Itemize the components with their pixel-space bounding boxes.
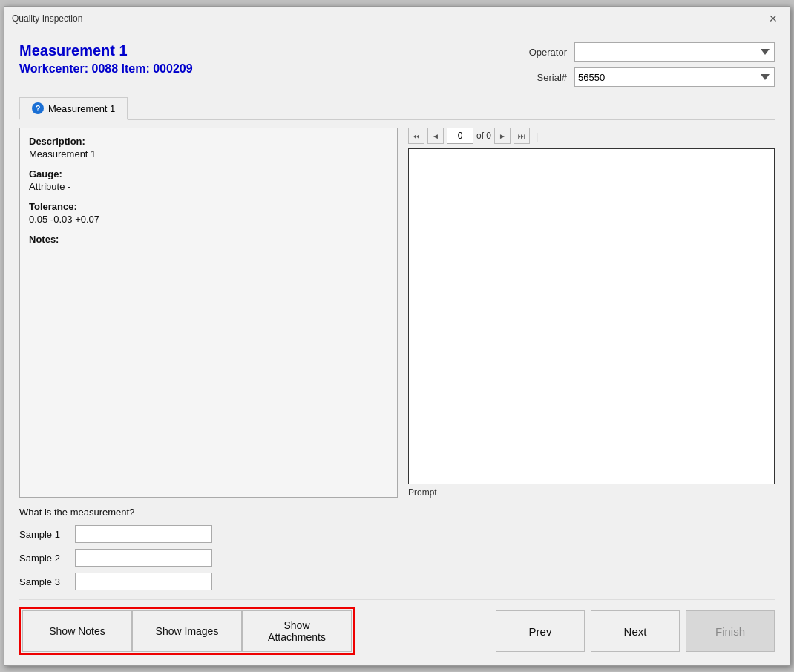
nav-next-button[interactable]: ►: [494, 128, 511, 144]
operator-row: Operator: [508, 42, 775, 62]
image-display-box: [408, 148, 775, 484]
description-label: Description:: [29, 136, 388, 147]
notes-field: Notes:: [29, 234, 388, 245]
serial-row: Serial# 56550: [508, 67, 775, 87]
tolerance-label: Tolerance:: [29, 201, 388, 212]
show-notes-button[interactable]: Show Notes: [22, 610, 132, 652]
measurement-question: What is the measurement?: [19, 498, 775, 525]
nav-first-button[interactable]: ⏮: [408, 128, 424, 144]
sample-3-input[interactable]: [75, 573, 212, 590]
header-right: Operator Serial# 56550: [508, 42, 775, 87]
right-panel: ⏮ ◄ of 0 ► ⏭ | Prompt: [408, 128, 775, 498]
operator-select[interactable]: [574, 42, 775, 62]
sample-1-label: Sample 1: [19, 529, 68, 540]
main-area: Description: Measurement 1 Gauge: Attrib…: [19, 128, 775, 498]
serial-label: Serial#: [508, 72, 567, 83]
nav-separator: |: [536, 131, 538, 142]
nav-action-buttons: Prev Next Finish: [496, 610, 775, 652]
description-value: Measurement 1: [29, 148, 388, 159]
window-title: Quality Inspection: [12, 13, 82, 24]
tab-help-icon: ?: [32, 102, 44, 114]
notes-label: Notes:: [29, 234, 388, 245]
main-window: Quality Inspection ✕ Measurement 1 Workc…: [4, 6, 790, 666]
gauge-value: Attribute -: [29, 181, 388, 192]
title-bar: Quality Inspection ✕: [4, 7, 790, 30]
gauge-field: Gauge: Attribute -: [29, 168, 388, 192]
window-content: Measurement 1 Workcenter: 0088 Item: 000…: [4, 30, 790, 665]
nav-last-button[interactable]: ⏭: [514, 128, 530, 144]
nav-of-label: of 0: [476, 131, 491, 141]
tab-bar: ? Measurement 1: [19, 96, 775, 120]
tolerance-field: Tolerance: 0.05 -0.03 +0.07: [29, 201, 388, 225]
show-attachments-button[interactable]: Show Attachments: [242, 610, 352, 652]
workcenter-title: Workcenter: 0088 Item: 000209: [19, 62, 193, 76]
tolerance-value: 0.05 -0.03 +0.07: [29, 214, 388, 225]
bottom-bar: Show Notes Show Images Show Attachments …: [19, 599, 775, 655]
description-field: Description: Measurement 1: [29, 136, 388, 159]
sample-2-label: Sample 2: [19, 553, 68, 564]
info-box: Description: Measurement 1 Gauge: Attrib…: [19, 128, 398, 498]
show-images-button[interactable]: Show Images: [132, 610, 242, 652]
prompt-label: Prompt: [408, 487, 775, 498]
nav-page-input[interactable]: [447, 128, 473, 144]
header-row: Measurement 1 Workcenter: 0088 Item: 000…: [19, 42, 775, 87]
prev-button[interactable]: Prev: [496, 610, 585, 652]
tab-label: Measurement 1: [48, 103, 115, 114]
sample-row-3: Sample 3: [19, 573, 775, 590]
next-button[interactable]: Next: [591, 610, 680, 652]
action-buttons-group: Show Notes Show Images Show Attachments: [19, 607, 355, 655]
operator-label: Operator: [508, 47, 567, 58]
serial-select[interactable]: 56550: [574, 67, 775, 87]
image-nav-bar: ⏮ ◄ of 0 ► ⏭ |: [408, 128, 775, 144]
left-panel: Description: Measurement 1 Gauge: Attrib…: [19, 128, 398, 498]
samples-area: Sample 1 Sample 2 Sample 3: [19, 525, 775, 590]
sample-row-1: Sample 1: [19, 525, 775, 543]
tab-measurement1[interactable]: ? Measurement 1: [19, 97, 128, 120]
sample-1-input[interactable]: [75, 525, 212, 543]
gauge-label: Gauge:: [29, 168, 388, 179]
sample-3-label: Sample 3: [19, 576, 68, 587]
nav-prev-button[interactable]: ◄: [427, 128, 444, 144]
measurement-title: Measurement 1: [19, 42, 193, 59]
header-left: Measurement 1 Workcenter: 0088 Item: 000…: [19, 42, 193, 76]
sample-2-input[interactable]: [75, 549, 212, 567]
finish-button[interactable]: Finish: [686, 610, 775, 652]
close-button[interactable]: ✕: [764, 11, 782, 26]
sample-row-2: Sample 2: [19, 549, 775, 567]
